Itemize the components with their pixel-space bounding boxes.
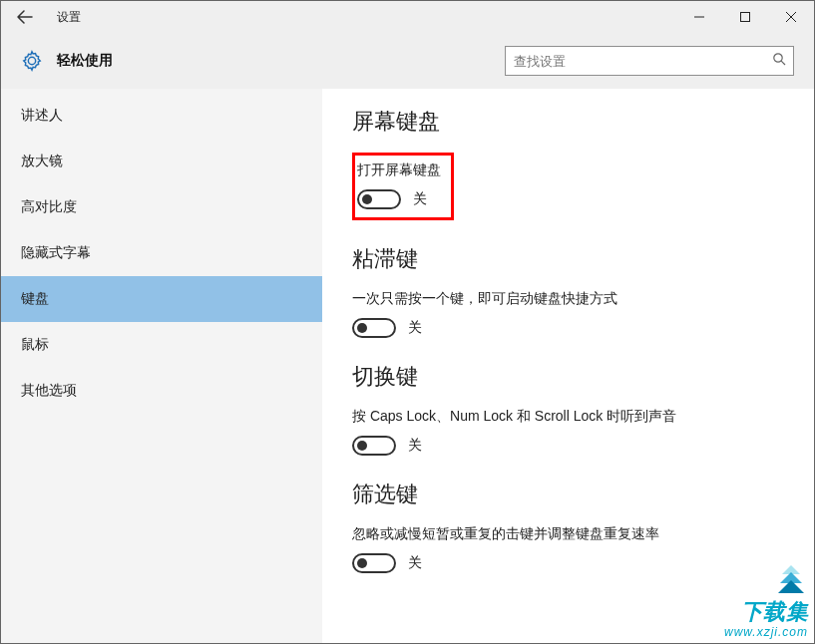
setting-description: 打开屏幕键盘 (357, 161, 441, 179)
svg-rect-1 (741, 13, 750, 22)
page-subtitle: 轻松使用 (57, 52, 113, 70)
sidebar-item-label: 隐藏式字幕 (21, 244, 91, 262)
body: 讲述人 放大镜 高对比度 隐藏式字幕 键盘 鼠标 其他选项 屏幕键盘 打开屏幕键… (1, 89, 814, 643)
sidebar-item-magnifier[interactable]: 放大镜 (1, 139, 322, 184)
window-controls (676, 1, 814, 33)
sidebar-item-other[interactable]: 其他选项 (1, 368, 322, 414)
window-title: 设置 (57, 9, 81, 26)
section-toggle-keys: 切换键 按 Caps Lock、Num Lock 和 Scroll Lock 时… (352, 362, 788, 456)
gear-icon (21, 50, 43, 72)
titlebar: 设置 (1, 1, 814, 33)
toggle-knob (357, 441, 367, 451)
setting-description: 按 Caps Lock、Num Lock 和 Scroll Lock 时听到声音 (352, 408, 788, 426)
close-icon (786, 12, 796, 22)
sidebar-item-label: 讲述人 (21, 107, 63, 125)
setting-description: 一次只需按一个键，即可启动键盘快捷方式 (352, 290, 788, 308)
sidebar-item-label: 高对比度 (21, 198, 77, 216)
toggle-knob (357, 558, 367, 568)
sidebar-item-label: 键盘 (21, 290, 49, 308)
sidebar-item-label: 其他选项 (21, 382, 77, 400)
toggle-state-label: 关 (408, 319, 422, 337)
sidebar-item-label: 放大镜 (21, 153, 63, 170)
section-filter-keys: 筛选键 忽略或减慢短暂或重复的击键并调整键盘重复速率 关 (352, 480, 788, 573)
settings-window: 设置 轻松使用 讲述人 (0, 0, 815, 644)
sidebar-item-captions[interactable]: 隐藏式字幕 (1, 230, 322, 276)
download-arrow-icon (774, 565, 808, 597)
section-title: 筛选键 (352, 480, 788, 509)
toggle-filter-keys[interactable] (352, 553, 396, 573)
toggle-knob (357, 323, 367, 333)
sidebar-item-keyboard[interactable]: 键盘 (1, 276, 322, 322)
toggle-onscreen-keyboard[interactable] (357, 189, 401, 209)
maximize-button[interactable] (722, 1, 768, 33)
section-title: 屏幕键盘 (352, 107, 788, 137)
subheader: 轻松使用 (1, 33, 814, 89)
watermark-brand: 下载集 (724, 597, 808, 627)
minimize-icon (694, 12, 704, 22)
setting-description: 忽略或减慢短暂或重复的击键并调整键盘重复速率 (352, 525, 788, 543)
toggle-state-label: 关 (413, 190, 427, 208)
sidebar: 讲述人 放大镜 高对比度 隐藏式字幕 键盘 鼠标 其他选项 (1, 89, 322, 643)
minimize-button[interactable] (676, 1, 722, 33)
section-onscreen-keyboard: 屏幕键盘 打开屏幕键盘 关 (352, 107, 788, 220)
toggle-toggle-keys[interactable] (352, 436, 396, 456)
close-button[interactable] (768, 1, 814, 33)
back-arrow-icon (17, 9, 33, 25)
toggle-sticky-keys[interactable] (352, 318, 396, 338)
section-title: 切换键 (352, 362, 788, 392)
toggle-state-label: 关 (408, 437, 422, 455)
search-box (505, 46, 794, 76)
sidebar-item-mouse[interactable]: 鼠标 (1, 322, 322, 368)
sidebar-item-label: 鼠标 (21, 336, 49, 354)
sidebar-item-narrator[interactable]: 讲述人 (1, 93, 322, 139)
highlight-box: 打开屏幕键盘 关 (352, 153, 454, 220)
section-title: 粘滞键 (352, 244, 788, 274)
back-button[interactable] (1, 1, 49, 33)
maximize-icon (740, 12, 750, 22)
content-pane: 屏幕键盘 打开屏幕键盘 关 粘滞键 一次只需按一个键，即可启动键盘快捷方式 关 (322, 89, 814, 643)
watermark: 下载集 www.xzji.com (724, 565, 808, 639)
watermark-url: www.xzji.com (724, 625, 808, 639)
toggle-knob (362, 194, 372, 204)
search-input[interactable] (505, 46, 794, 76)
sidebar-item-highcontrast[interactable]: 高对比度 (1, 184, 322, 230)
toggle-state-label: 关 (408, 554, 422, 572)
section-sticky-keys: 粘滞键 一次只需按一个键，即可启动键盘快捷方式 关 (352, 244, 788, 338)
